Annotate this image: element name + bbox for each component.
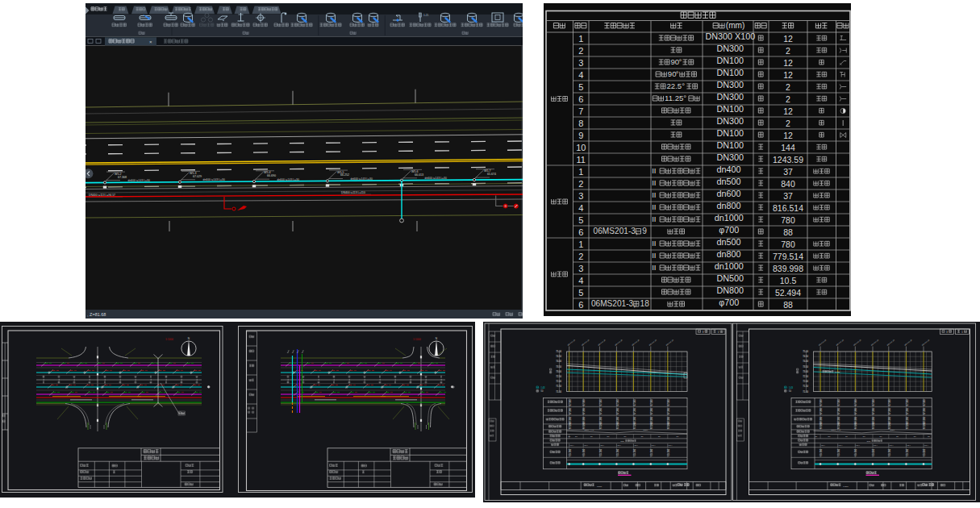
svg-text:1: 1 [578,34,583,44]
svg-text:1: 1 [961,331,963,334]
svg-text:4: 4 [578,276,583,285]
svg-text:06MS201-3,: 06MS201-3, [591,299,636,308]
svg-text:67.368: 67.368 [837,408,840,414]
svg-text:dn500: dn500 [716,177,740,186]
svg-text:780: 780 [781,239,795,249]
svg-text:67.368: 67.368 [633,408,636,414]
svg-text:1.21: 1.21 [423,14,428,17]
svg-text:67.368: 67.368 [616,422,619,428]
svg-text:6: 6 [578,94,583,104]
svg-text:67.368: 67.368 [872,399,875,406]
svg-text:K0+980: K0+980 [888,448,891,456]
svg-text:67.368: 67.368 [599,416,603,423]
svg-text:II: II [652,190,656,199]
svg-text:: 1.43: : 1.43 [540,386,545,389]
svg-text:72.50: 72.50 [556,375,561,378]
svg-text:3: 3 [578,264,583,273]
svg-text:67.368: 67.368 [650,408,653,414]
svg-text:: 1.43: : 1.43 [788,386,794,389]
svg-text:67.368: 67.368 [616,416,619,423]
svg-text:67.368: 67.368 [819,399,823,406]
svg-text:67.368: 67.368 [650,422,653,428]
svg-text:73.50: 73.50 [556,365,561,369]
svg-text:DN100: DN100 [716,104,744,114]
svg-text:72.00: 72.00 [556,380,561,383]
svg-text:67.368: 67.368 [872,416,875,423]
svg-text:C15: C15 [620,440,624,443]
svg-text:3: 3 [703,331,704,334]
svg-text:5: 5 [578,288,583,298]
svg-text:67.368: 67.368 [923,422,926,428]
svg-text:K0+980: K0+980 [923,448,926,456]
svg-text:9: 9 [578,131,583,140]
svg-text:75.00: 75.00 [556,350,561,353]
svg-text:67.368: 67.368 [650,399,653,406]
svg-text:K0+980: K0+980 [872,448,875,456]
svg-text:72.00: 72.00 [803,380,808,383]
svg-text:dn800: dn800 [716,201,740,210]
svg-text:67.368: 67.368 [855,422,858,428]
svg-text:1: 1 [578,167,583,177]
svg-text:74.35: 74.35 [835,371,840,373]
svg-text:780: 780 [781,215,795,225]
svg-text:67.368: 67.368 [906,408,909,414]
svg-text:°: ° [678,57,682,66]
svg-text:144: 144 [781,143,795,152]
svg-text:839.998: 839.998 [773,264,803,273]
svg-text:1:500: 1:500 [843,485,849,488]
svg-text:dn400: dn400 [716,164,740,174]
svg-text:67.368: 67.368 [819,408,823,414]
svg-text:67.368: 67.368 [633,416,636,423]
svg-text:12: 12 [783,70,793,80]
svg-text:67.368: 67.368 [888,422,891,428]
svg-text:67.368: 67.368 [616,408,619,414]
svg-text:10.5: 10.5 [780,276,797,285]
svg-text:67.368: 67.368 [582,416,586,423]
svg-text:1: 1 [718,331,719,334]
svg-text:67.368: 67.368 [650,416,653,423]
svg-text:3: 3 [578,191,583,201]
svg-text:, Z=81.68: , Z=81.68 [87,312,106,317]
svg-text:: 50: : 50 [788,389,792,393]
svg-text:67.368: 67.368 [906,416,909,423]
svg-text:67.368: 67.368 [906,422,909,428]
svg-text:67.368: 67.368 [923,416,926,423]
svg-text:67.368: 67.368 [819,416,823,423]
svg-text:4: 4 [578,70,583,80]
svg-text:dn600 i=143 L=30: dn600 i=143 L=30 [351,177,373,181]
svg-text:2: 2 [786,119,790,128]
svg-text:1:1000: 1:1000 [165,338,173,341]
svg-text:67.368: 67.368 [633,399,636,406]
svg-text:K0+980: K0+980 [569,448,572,456]
svg-text:6: 6 [578,300,583,310]
svg-text:12: 12 [783,58,793,68]
svg-text:10: 10 [576,143,586,152]
svg-text:12: 12 [783,34,793,44]
svg-text:12: 12 [783,106,793,116]
svg-text:75.00: 75.00 [803,350,808,353]
svg-text:67.368: 67.368 [667,408,670,414]
svg-text:2: 2 [578,179,583,189]
svg-text:dn600 i=143 L=30: dn600 i=143 L=30 [277,178,299,181]
svg-text:67.368: 67.368 [582,422,586,428]
svg-text:18: 18 [640,299,650,308]
svg-text:II: II [652,239,656,248]
svg-text:II: II [652,166,656,175]
svg-text:67.368: 67.368 [855,399,858,406]
svg-text:2: 2 [786,46,790,56]
svg-text:67.368: 67.368 [569,416,572,423]
svg-text:K0+980: K0+980 [616,448,619,456]
svg-text:K0+980: K0+980 [582,448,586,456]
svg-text:67.368: 67.368 [855,416,858,423]
svg-text:67.368: 67.368 [837,416,840,423]
svg-text:67.368: 67.368 [633,422,636,428]
svg-text:67.368: 67.368 [569,408,572,414]
svg-text:DN300 X100: DN300 X100 [705,31,755,41]
svg-text:12: 12 [783,131,793,140]
svg-text:K0+980: K0+980 [906,448,909,456]
svg-text:C15: C15 [867,440,871,443]
svg-text:DN300: DN300 [716,92,744,102]
svg-text:dn1000: dn1000 [715,213,744,223]
svg-text:67.368: 67.368 [569,399,572,406]
svg-text:67.368: 67.368 [819,422,823,428]
